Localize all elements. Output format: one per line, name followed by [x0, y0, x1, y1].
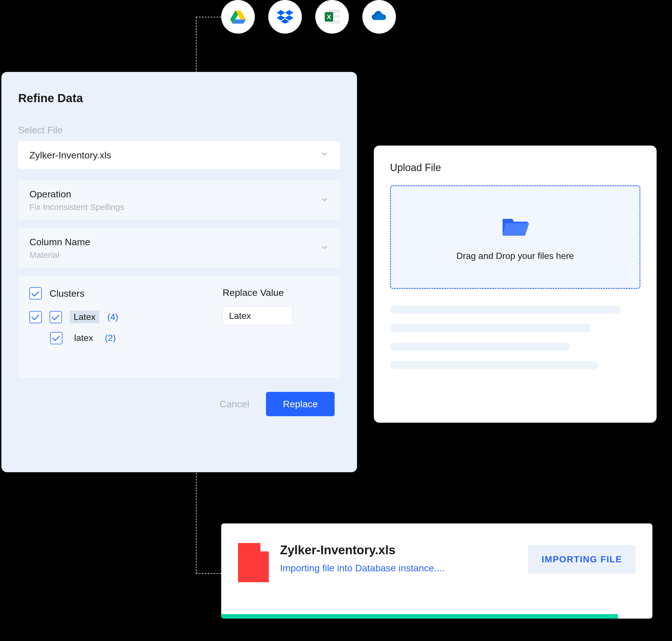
chevron-down-icon: [320, 243, 329, 253]
cloud-sources-row: X: [221, 0, 396, 33]
skeleton-line: [390, 361, 598, 369]
upload-file-panel: Upload File Drag and Drop your files her…: [374, 146, 657, 423]
onedrive-icon[interactable]: [362, 0, 396, 33]
cancel-button[interactable]: Cancel: [219, 399, 249, 410]
chevron-down-icon: [320, 149, 329, 161]
import-filename: Zylker-Inventory.xls: [280, 543, 517, 557]
dropzone-text: Drag and Drop your files here: [456, 251, 574, 261]
column-value: Material: [29, 250, 329, 260]
operation-value: Fix Inconsistent Spellings: [29, 202, 329, 212]
svg-marker-3: [277, 10, 285, 15]
file-dropdown-value: Zylker-Inventory.xls: [29, 150, 111, 161]
column-dropdown[interactable]: Column Name Material: [18, 228, 340, 268]
action-buttons: Cancel Replace: [18, 392, 340, 416]
cluster-value: latex: [70, 332, 97, 344]
clusters-select-all-checkbox[interactable]: [29, 287, 42, 300]
file-dropdown[interactable]: Zylker-Inventory.xls: [18, 141, 340, 169]
cluster-count: (4): [107, 312, 118, 322]
refine-data-panel: Refine Data Select File Zylker-Inventory…: [1, 72, 357, 472]
connector-line-top: [196, 17, 221, 73]
cluster-item-checkbox[interactable]: [50, 311, 62, 323]
operation-label: Operation: [29, 189, 329, 200]
import-progress-bar: [221, 614, 618, 618]
import-badge: IMPORTING FILE: [528, 545, 636, 574]
upload-title: Upload File: [390, 162, 640, 174]
cluster-group-checkbox[interactable]: [29, 311, 42, 323]
cluster-item-checkbox[interactable]: [50, 332, 63, 344]
replace-button[interactable]: Replace: [266, 392, 335, 416]
excel-icon[interactable]: X: [315, 0, 349, 33]
svg-marker-4: [285, 10, 293, 15]
replace-value-label: Replace Value: [223, 287, 329, 298]
select-file-label: Select File: [18, 125, 340, 135]
clusters-header: Clusters: [50, 288, 84, 299]
replace-value-input[interactable]: Latex: [223, 306, 293, 325]
connector-line-bottom: [196, 470, 221, 574]
skeleton-line: [390, 343, 570, 351]
cluster-value: Latex: [70, 311, 99, 323]
svg-text:X: X: [327, 13, 331, 21]
operation-dropdown[interactable]: Operation Fix Inconsistent Spellings: [18, 180, 340, 220]
dropbox-icon[interactable]: [268, 0, 302, 33]
skeleton-line: [390, 306, 620, 314]
cluster-count: (2): [105, 333, 116, 343]
clusters-section: Clusters Latex (4) latex (2) Replace Val…: [18, 276, 340, 378]
skeleton-line: [390, 324, 590, 332]
chevron-down-icon: [320, 195, 329, 205]
google-drive-icon[interactable]: [221, 0, 255, 33]
upload-dropzone[interactable]: Drag and Drop your files here: [390, 185, 640, 289]
panel-title: Refine Data: [18, 92, 340, 105]
importing-file-card: Zylker-Inventory.xls Importing file into…: [221, 523, 653, 618]
column-label: Column Name: [29, 236, 329, 247]
folder-open-icon: [500, 213, 530, 240]
import-status-text: Importing file into Database instance...…: [280, 563, 517, 574]
file-icon: [238, 543, 269, 583]
